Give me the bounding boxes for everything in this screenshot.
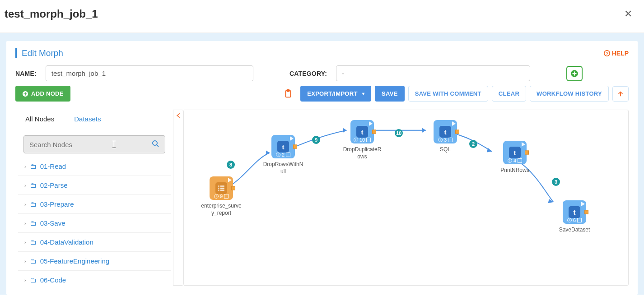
node-label: SaveDataset	[554, 227, 595, 234]
save-with-comment-button[interactable]: SAVE WITH COMMENT	[408, 86, 488, 102]
help-link[interactable]: ? HELP	[604, 50, 629, 57]
node-num: 9	[220, 194, 223, 199]
tree-label: 02-Parse	[40, 181, 68, 189]
chevron-right-icon: ›	[24, 202, 26, 207]
output-port[interactable]	[372, 130, 376, 134]
add-node-button[interactable]: ADD NODE	[15, 86, 70, 102]
folder-icon: 🗀	[30, 238, 37, 246]
play-icon	[452, 121, 456, 126]
clipboard-icon[interactable]	[283, 89, 293, 99]
page-title: test_morph_job_1	[5, 8, 98, 20]
tree-label: 04-DataValidation	[40, 238, 93, 246]
tree-item-04-datavalidation[interactable]: ›🗀04-DataValidation	[18, 233, 171, 252]
output-port[interactable]	[584, 210, 588, 214]
tree-item-03-prepare[interactable]: ›🗀03-Prepare	[18, 195, 171, 214]
node-printnrows[interactable]: t i4 PrintNRows	[495, 141, 535, 174]
output-port[interactable]	[455, 130, 459, 134]
name-input[interactable]	[46, 65, 253, 81]
list-icon	[217, 184, 225, 192]
svg-text:?: ?	[606, 51, 608, 56]
node-savedataset[interactable]: t i6 SaveDataset	[554, 200, 595, 234]
output-port[interactable]	[231, 186, 235, 190]
name-label: NAME:	[15, 70, 37, 77]
tree-item-06-code[interactable]: ›🗀06-Code	[18, 271, 171, 286]
search-input[interactable]	[29, 141, 152, 148]
svg-marker-10	[487, 148, 492, 153]
tree-item-01-read[interactable]: ›🗀01-Read	[18, 157, 171, 176]
folder-icon: 🗀	[30, 162, 37, 170]
play-icon	[522, 142, 525, 147]
folder-icon: 🗀	[30, 257, 37, 265]
close-icon[interactable]: ✕	[617, 6, 639, 22]
save-button[interactable]: SAVE	[375, 86, 405, 102]
chevron-right-icon: ›	[24, 183, 26, 188]
svg-rect-14	[218, 188, 219, 189]
node-num: 4	[513, 158, 516, 163]
chevron-right-icon: ›	[24, 259, 26, 264]
tree-label: 06-Code	[40, 276, 66, 284]
node-label: SQL	[425, 146, 466, 153]
node-dropduplicaterows[interactable]: t i10 DropDuplicateRows	[342, 120, 383, 160]
play-icon	[228, 178, 232, 182]
clear-button[interactable]: CLEAR	[492, 86, 526, 102]
node-label: PrintNRows	[495, 167, 535, 174]
node-label: DropRowsWithNull	[263, 161, 303, 175]
chevron-right-icon: ›	[24, 221, 26, 226]
edge-badge: 9	[312, 136, 320, 144]
node-droprowswithnull[interactable]: t i2 DropRowsWithNull	[263, 135, 303, 175]
output-port[interactable]	[293, 145, 297, 149]
folder-icon: 🗀	[30, 200, 37, 208]
svg-point-6	[153, 141, 157, 145]
play-icon	[369, 121, 373, 126]
edge-badge: 3	[552, 178, 560, 186]
chevron-right-icon: ›	[24, 240, 26, 245]
edge-badge: 10	[395, 129, 403, 137]
svg-rect-12	[218, 185, 219, 186]
play-icon	[581, 202, 585, 206]
go-top-button[interactable]	[612, 86, 629, 102]
arrow-left-icon	[176, 113, 181, 118]
edge-badge: 2	[469, 140, 477, 148]
tree-label: 03-Prepare	[40, 200, 74, 208]
text-cursor	[114, 141, 114, 148]
output-port[interactable]	[525, 151, 529, 155]
collapse-sidebar-button[interactable]	[173, 110, 184, 286]
search-icon[interactable]	[152, 140, 159, 149]
tree-item-05-featureeng[interactable]: ›🗀05-FeatureEngineering	[18, 252, 171, 271]
tab-all-nodes[interactable]: All Nodes	[15, 110, 64, 128]
node-enterprise-survey[interactable]: i9 enterprise_survey_report	[201, 176, 242, 217]
panel-heading: Edit Morph	[22, 48, 63, 58]
edge-badge: 8	[227, 161, 235, 169]
node-label: enterprise_survey_report	[201, 203, 242, 217]
workflow-history-button[interactable]: WORKFLOW HISTORY	[530, 86, 609, 102]
tab-datasets[interactable]: Datasets	[64, 110, 111, 128]
workflow-canvas[interactable]: 8 9 10 2 3 i9 enterprise_survey_report	[184, 110, 629, 286]
svg-rect-15	[220, 188, 224, 189]
node-label: DropDuplicateRows	[342, 146, 383, 160]
folder-icon: 🗀	[30, 181, 37, 189]
node-num: 2	[282, 152, 285, 157]
add-category-button[interactable]	[566, 66, 583, 81]
tree-label: 01-Read	[40, 162, 66, 170]
tree-item-02-parse[interactable]: ›🗀02-Parse	[18, 176, 171, 195]
svg-marker-11	[548, 199, 554, 203]
node-sql[interactable]: t i3 SQL	[425, 120, 466, 153]
add-node-label: ADD NODE	[31, 90, 64, 97]
arrow-up-icon	[617, 91, 624, 97]
folder-icon: 🗀	[30, 219, 37, 227]
node-num: 3	[444, 137, 447, 143]
svg-rect-17	[220, 190, 224, 190]
help-label: HELP	[612, 50, 629, 57]
tree-item-03-save[interactable]: ›🗀03-Save	[18, 214, 171, 233]
chevron-right-icon: ›	[24, 164, 26, 169]
play-icon	[290, 136, 294, 141]
tree-label: 03-Save	[40, 219, 65, 227]
help-icon: ?	[604, 50, 610, 56]
export-import-button[interactable]: EXPORT/IMPORT	[300, 86, 371, 102]
category-input[interactable]	[336, 65, 530, 81]
export-import-label: EXPORT/IMPORT	[307, 90, 358, 97]
plus-circle-icon	[570, 69, 579, 78]
node-num: 6	[573, 217, 576, 223]
search-box[interactable]	[23, 135, 165, 153]
chevron-right-icon: ›	[24, 278, 26, 283]
